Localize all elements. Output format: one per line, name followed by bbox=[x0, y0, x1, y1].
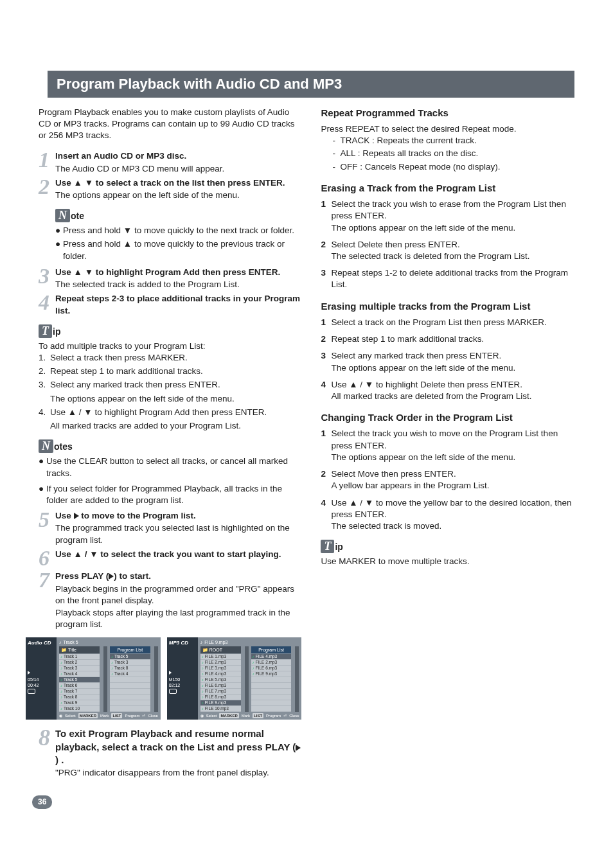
erasem-step-3: 3Select any marked track then press ENTE… bbox=[321, 350, 574, 373]
list-item: ♪Track 6 bbox=[59, 683, 100, 689]
step-number-3: 3 bbox=[39, 267, 55, 290]
note-heading: Note bbox=[55, 209, 301, 222]
ui-screenshots: Audio CD 05/14 00:42 ♪Track 5 📁Title bbox=[26, 637, 301, 720]
step-5-head-a: Use bbox=[55, 511, 74, 520]
step-3-head: Use ▲ ▼ to highlight Program Add then pr… bbox=[55, 267, 280, 277]
list-item: ♪Track 10 bbox=[59, 706, 100, 712]
mp3-file-list: 📁ROOT ♪FILE 1.mp3♪FILE 2.mp3♪FILE 3.mp3♪… bbox=[200, 646, 241, 712]
screen-audio-title: Audio CD bbox=[28, 640, 55, 647]
music-note-icon: ♪ bbox=[59, 639, 62, 645]
audio-program-list: Program List ♪Track 5♪Track 3♪Track 8♪Tr… bbox=[110, 646, 150, 712]
step-1-desc: The Audio CD or MP3 CD menu will appear. bbox=[55, 163, 301, 175]
list-item: . bbox=[110, 706, 150, 712]
step-2: 2 Use ▲ ▼ to select a track on the list … bbox=[39, 177, 301, 264]
page-title: Program Playback with Audio CD and MP3 bbox=[39, 71, 574, 98]
step-6: 6 Use ▲ / ▼ to select the track you want… bbox=[39, 549, 301, 569]
list-item: ♪FILE 6.mp3 bbox=[251, 666, 292, 671]
note-icon: N bbox=[55, 209, 70, 222]
note-bullet-2: ●Press and hold ▲ to move quickly to the… bbox=[55, 238, 301, 261]
list-item: ♪FILE 5.mp3 bbox=[200, 677, 241, 683]
two-column-layout: Program Playback enables you to make cus… bbox=[39, 107, 574, 809]
repeat-opt-off: -OFF : Cancels Repeat mode (no display). bbox=[321, 161, 574, 173]
tip-item-4: 4.Use ▲ / ▼ to highlight Program Add the… bbox=[39, 407, 301, 418]
list-item: . bbox=[251, 695, 292, 700]
tip-heading-right: Tip bbox=[321, 540, 574, 553]
screen-mp3-cd: MP3 CD M150 02:12 ♪FILE 9.mp3 📁ROOT bbox=[167, 637, 302, 720]
heading-order: Changing Track Order in the Program List bbox=[321, 411, 574, 424]
step-number-4: 4 bbox=[39, 293, 55, 316]
step-3-desc: The selected track is added to the Progr… bbox=[55, 279, 301, 290]
step-number-6: 6 bbox=[39, 549, 55, 569]
notes-heading: Notes bbox=[39, 439, 301, 453]
list-item: . bbox=[110, 695, 150, 700]
step-8: 8 To exit Program Playback and resume no… bbox=[39, 727, 301, 779]
tip-item-2: 2.Repeat step 1 to mark additional track… bbox=[39, 366, 301, 377]
heading-repeat: Repeat Programmed Tracks bbox=[321, 107, 574, 120]
page-number: 36 bbox=[32, 795, 52, 808]
list-item: ♪FILE 9.mp3 bbox=[251, 671, 292, 677]
list-item: ♪Track 8 bbox=[110, 666, 150, 671]
list-item: ♪Track 4 bbox=[59, 671, 100, 677]
step-8-head-a: To exit Program Playback and resume norm… bbox=[55, 728, 296, 752]
step-7-head-b: ) to start. bbox=[114, 571, 151, 581]
step-4-head: Repeat steps 2-3 to place additional tra… bbox=[55, 294, 300, 315]
step-number-2: 2 bbox=[39, 177, 55, 264]
step-5-head-b: to move to the Program list. bbox=[79, 511, 196, 520]
list-item: ♪Track 4 bbox=[110, 671, 150, 677]
repeat-icon bbox=[28, 689, 35, 694]
step-7-head-a: Press PLAY ( bbox=[55, 571, 109, 581]
list-item: ♪FILE 4.mp3 bbox=[200, 671, 241, 677]
repeat-intro: Press REPEAT to select the desired Repea… bbox=[321, 123, 574, 135]
step-4: 4 Repeat steps 2-3 to place additional t… bbox=[39, 293, 301, 316]
order-step-2: 2Select Move then press ENTER.A yellow b… bbox=[321, 468, 574, 492]
tip-item-3-sub: The options appear on the left side of t… bbox=[39, 393, 301, 405]
tip-heading: Tip bbox=[39, 324, 301, 338]
step-6-head: Use ▲ / ▼ to select the track you want t… bbox=[55, 549, 281, 559]
list-item: ♪Track 3 bbox=[110, 660, 150, 666]
play-icon bbox=[28, 670, 55, 676]
list-item: . bbox=[110, 689, 150, 695]
screen-mp3-counter: M150 bbox=[169, 677, 196, 682]
screen-footer: ◉Select MARKERMark LISTProgram ⏎Close bbox=[59, 713, 158, 718]
list-item: . bbox=[251, 689, 292, 695]
intro-text: Program Playback enables you to make cus… bbox=[39, 107, 301, 142]
play-icon bbox=[296, 741, 301, 752]
erase-step-1: 1Select the track you wish to erase from… bbox=[321, 199, 574, 234]
note-label: ote bbox=[71, 211, 84, 221]
step-7: 7 Press PLAY () to start. Playback begin… bbox=[39, 571, 301, 630]
tip-icon: T bbox=[39, 324, 52, 338]
step-1-head: Insert an Audio CD or MP3 disc. bbox=[55, 151, 186, 161]
tip-item-4-sub: All marked tracks are added to your Prog… bbox=[39, 420, 301, 432]
notes-label: otes bbox=[54, 441, 73, 452]
list-item: . bbox=[110, 700, 150, 706]
list-item: ♪Track 2 bbox=[59, 660, 100, 666]
step-number-8: 8 bbox=[39, 727, 55, 779]
list-item: ♪Track 1 bbox=[59, 654, 100, 660]
step-5: 5 Use to move to the Program list. The p… bbox=[39, 510, 301, 546]
erase-step-2: 2Select Delete then press ENTER.The sele… bbox=[321, 239, 574, 262]
tip-icon: T bbox=[321, 540, 334, 553]
step-7-desc-2: Playback stops after playing the last pr… bbox=[55, 607, 301, 630]
step-1: 1 Insert an Audio CD or MP3 disc. The Au… bbox=[39, 150, 301, 174]
erasem-step-4: 4Use ▲ / ▼ to highlight Delete then pres… bbox=[321, 379, 574, 402]
screen-audio-counter: 05/14 bbox=[28, 677, 55, 682]
erasem-step-2: 2Repeat step 1 to mark additional tracks… bbox=[321, 333, 574, 345]
list-item: ♪Track 8 bbox=[59, 695, 100, 700]
erase-step-3: 3Repeat steps 1-2 to delete additional t… bbox=[321, 267, 574, 290]
mp3-program-list: Program List ♪FILE 4.mp3♪FILE 2.mp3♪FILE… bbox=[251, 646, 292, 712]
step-7-desc-1: Playback begins in the programmed order … bbox=[55, 583, 301, 607]
list-item: ♪FILE 6.mp3 bbox=[200, 683, 241, 689]
step-2-head: Use ▲ ▼ to select a track on the list th… bbox=[55, 178, 285, 188]
tip-item-1: 1.Select a track then press MARKER. bbox=[39, 352, 301, 364]
step-8-desc: "PRG" indicator disappears from the fron… bbox=[55, 767, 301, 779]
folder-icon: 📁 bbox=[61, 647, 67, 653]
list-item: ♪Track 5 bbox=[59, 677, 100, 683]
list-item: ♪Track 5 bbox=[110, 654, 150, 660]
repeat-opt-track: -TRACK : Repeats the current track. bbox=[321, 135, 574, 146]
heading-erase-multi: Erasing multiple tracks from the Program… bbox=[321, 300, 574, 313]
list-item: ♪FILE 1.mp3 bbox=[200, 654, 241, 660]
folder-icon: 📁 bbox=[202, 647, 208, 653]
step-number-7: 7 bbox=[39, 571, 55, 630]
list-item: ♪FILE 9.mp3 bbox=[200, 700, 241, 706]
scrollbar bbox=[245, 646, 249, 712]
